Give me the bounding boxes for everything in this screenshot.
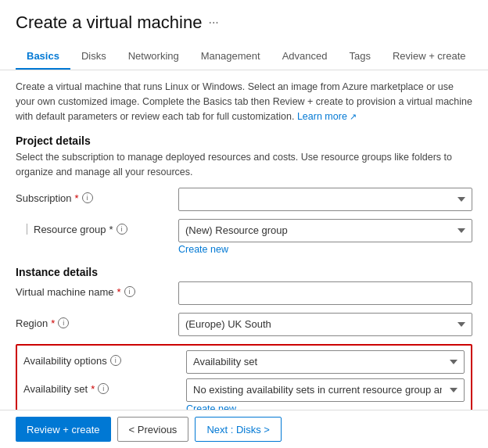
resource-group-label: Resource group * i (16, 219, 172, 235)
basics-description: Create a virtual machine that runs Linux… (16, 80, 472, 124)
subscription-required: * (75, 192, 79, 204)
resource-group-info-icon[interactable]: i (117, 224, 127, 235)
external-link-icon: ↗ (350, 112, 357, 121)
subscription-info-icon[interactable]: i (82, 192, 93, 203)
tab-basics[interactable]: Basics (16, 44, 70, 70)
tab-networking[interactable]: Networking (117, 44, 190, 70)
region-dropdown[interactable]: (Europe) UK South (178, 313, 472, 336)
tab-review-create[interactable]: Review + create (382, 44, 477, 70)
page-title: Create a virtual machine (16, 13, 202, 33)
header-menu-icon[interactable]: ··· (208, 16, 218, 30)
availability-set-create-new[interactable]: Create new (186, 403, 465, 410)
availability-set-label: Availability set * i (23, 378, 180, 395)
footer: Review + create < Previous Next : Disks … (0, 410, 488, 448)
subscription-label: Subscription * i (16, 188, 172, 204)
subscription-row: Subscription * i (16, 188, 472, 211)
availability-options-row: Availability options i Availability set (23, 350, 465, 374)
vm-name-input[interactable] (178, 281, 472, 305)
project-details-heading: Project details (16, 134, 472, 147)
subscription-dropdown[interactable] (178, 188, 472, 211)
availability-set-info-icon[interactable]: i (98, 383, 109, 394)
review-create-button[interactable]: Review + create (16, 417, 111, 442)
next-disks-button[interactable]: Next : Disks > (195, 417, 282, 442)
tab-disks[interactable]: Disks (70, 44, 117, 70)
availability-options-control: Availability set (186, 350, 465, 374)
region-label: Region * i (16, 313, 172, 329)
availability-options-dropdown[interactable]: Availability set (186, 350, 465, 374)
region-info-icon[interactable]: i (58, 317, 69, 328)
availability-highlighted-section: Availability options i Availability set … (16, 344, 472, 410)
tab-management[interactable]: Management (190, 44, 271, 70)
availability-options-info-icon[interactable]: i (110, 355, 121, 366)
availability-options-label: Availability options i (23, 350, 180, 367)
resource-group-control: (New) Resource group Create new (178, 219, 472, 255)
resource-group-create-new[interactable]: Create new (178, 244, 472, 255)
availability-set-control: No existing availability sets in current… (186, 378, 465, 410)
resource-group-row: Resource group * i (New) Resource group … (16, 219, 472, 255)
project-details-desc: Select the subscription to manage deploy… (16, 150, 472, 180)
availability-set-dropdown[interactable]: No existing availability sets in current… (186, 378, 465, 402)
region-control: (Europe) UK South (178, 313, 472, 336)
region-row: Region * i (Europe) UK South (16, 313, 472, 336)
tab-tags[interactable]: Tags (338, 44, 381, 70)
instance-details-heading: Instance details (16, 266, 472, 278)
availability-set-row: Availability set * i No existing availab… (23, 378, 465, 410)
vm-name-row: Virtual machine name * i (16, 281, 472, 305)
vm-name-control (178, 281, 472, 305)
learn-more-link[interactable]: Learn more (297, 111, 347, 122)
vm-name-info-icon[interactable]: i (124, 286, 135, 297)
subscription-control (178, 188, 472, 211)
resource-group-dropdown[interactable]: (New) Resource group (178, 219, 472, 242)
vm-name-label: Virtual machine name * i (16, 281, 172, 298)
main-content: Create a virtual machine that runs Linux… (0, 70, 488, 410)
tab-bar: Basics Disks Networking Management Advan… (0, 38, 488, 70)
tab-advanced[interactable]: Advanced (271, 44, 339, 70)
previous-button[interactable]: < Previous (117, 417, 189, 442)
